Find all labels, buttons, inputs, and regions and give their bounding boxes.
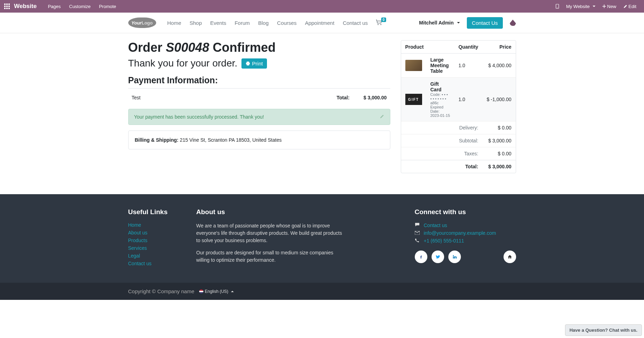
nav-blog[interactable]: Blog	[254, 20, 273, 26]
admin-topbar: Website Pages Customize Promote My Websi…	[0, 0, 644, 13]
linkedin-icon[interactable]	[448, 251, 461, 263]
payment-method: Test	[132, 95, 337, 100]
gift-code: Code: • • • • • • • • • • a86c	[430, 92, 450, 105]
shipping-card: Billing & Shipping: 215 Vine St, Scranto…	[128, 131, 390, 149]
language-selector[interactable]: English (US)	[199, 289, 234, 294]
menu-pages[interactable]: Pages	[44, 4, 65, 9]
svg-point-1	[557, 8, 558, 8]
svg-point-2	[377, 24, 378, 25]
envelope-icon	[415, 230, 420, 236]
product-name: Large Meeting Table	[430, 57, 450, 74]
payment-total-amount: $ 3,000.00	[363, 95, 386, 100]
payment-info-heading: Payment Information:	[128, 75, 390, 89]
footer-email-link[interactable]: info@yourcompany.example.com	[424, 230, 496, 236]
nav-appointment[interactable]: Appointment	[301, 20, 339, 26]
summary-total: Total:$ 3,000.00	[401, 160, 516, 173]
product-name: Gift Card	[430, 81, 450, 92]
app-brand[interactable]: Website	[14, 3, 37, 10]
payment-row: Test Total: $ 3,000.00	[128, 92, 390, 103]
footer-link-services[interactable]: Services	[128, 245, 182, 251]
col-quantity: Quantity	[454, 41, 483, 54]
footer-about-heading: About us	[196, 208, 347, 216]
phone-icon	[415, 238, 420, 244]
print-button[interactable]: Print	[241, 58, 267, 69]
contact-us-button[interactable]: Contact Us	[467, 17, 502, 29]
line-item: GIFT Gift Card Code: • • • • • • • • • •…	[401, 78, 516, 121]
nav-forum[interactable]: Forum	[230, 20, 254, 26]
footer-link-products[interactable]: Products	[128, 238, 182, 243]
line-price: $ 4,000.00	[483, 54, 516, 78]
col-price: Price	[483, 41, 516, 54]
user-menu[interactable]: Mitchell Admin	[415, 20, 463, 26]
line-item: Large Meeting Table 1.0 $ 4,000.00	[401, 54, 516, 78]
summary-subtotal: Subtotal:$ 3,000.00	[401, 134, 516, 147]
footer-link-legal[interactable]: Legal	[128, 253, 182, 259]
col-product: Product	[401, 41, 454, 54]
footer-link-contact[interactable]: Contact us	[128, 261, 182, 266]
chat-icon	[415, 222, 420, 228]
menu-promote[interactable]: Promote	[95, 4, 120, 9]
shipping-label: Billing & Shipping:	[135, 137, 179, 143]
my-website-dropdown[interactable]: My Website	[563, 4, 599, 9]
home-icon[interactable]	[504, 251, 516, 263]
page-title: Order S00048 Confirmed	[128, 40, 390, 55]
svg-point-3	[380, 24, 381, 25]
footer-link-home[interactable]: Home	[128, 222, 182, 228]
line-qty: 1.0	[454, 54, 483, 78]
apps-icon[interactable]	[4, 3, 10, 9]
site-logo[interactable]: YourLogo	[128, 17, 156, 28]
copyright-text: Copyright © Company name	[128, 288, 194, 294]
pencil-icon[interactable]	[380, 114, 384, 120]
menu-customize[interactable]: Customize	[65, 4, 95, 9]
footer-link-about[interactable]: About us	[128, 230, 182, 235]
nav-events[interactable]: Events	[206, 20, 231, 26]
nav-courses[interactable]: Courses	[273, 20, 301, 26]
footer-contact-link[interactable]: Contact us	[424, 223, 447, 228]
shipping-address: 215 Vine St, Scranton PA 18503, United S…	[180, 137, 282, 143]
alert-message: Your payment has been successfully proce…	[134, 114, 380, 120]
cart-badge: 0	[381, 17, 386, 22]
footer-connect-heading: Connect with us	[415, 208, 516, 216]
summary-taxes: Taxes:$ 0.00	[401, 147, 516, 160]
order-summary: Product Quantity Price Large Meeting Tab…	[401, 40, 516, 173]
footer-links-heading: Useful Links	[128, 208, 182, 216]
cart-icon[interactable]: 0	[376, 20, 383, 26]
site-header: YourLogo Home Shop Events Forum Blog Cou…	[0, 13, 644, 33]
line-price: $ -1,000.00	[483, 78, 516, 121]
payment-total-label: Total:	[337, 95, 349, 100]
thank-you-text: Thank you for your order.	[128, 58, 238, 69]
footer-about-p1: We are a team of passionate people whose…	[196, 222, 347, 244]
line-qty: 1.0	[454, 78, 483, 121]
footer-about-p2: Our products are designed for small to m…	[196, 249, 347, 264]
site-footer: Useful Links Home About us Products Serv…	[0, 194, 644, 300]
theme-drop-icon[interactable]	[510, 20, 516, 26]
flag-icon	[199, 289, 203, 294]
mobile-preview-icon[interactable]	[552, 4, 563, 9]
facebook-icon[interactable]	[415, 251, 427, 263]
nav-shop[interactable]: Shop	[186, 20, 206, 26]
gift-expiry: Expired Date: 2023-01-15	[430, 105, 450, 118]
product-thumbnail: GIFT	[405, 94, 422, 105]
nav-contact[interactable]: Contact us	[339, 20, 372, 26]
summary-delivery: Delivery:$ 0.00	[401, 121, 516, 134]
edit-button[interactable]: Edit	[620, 4, 640, 9]
success-alert: Your payment has been successfully proce…	[128, 109, 390, 125]
nav-home[interactable]: Home	[163, 20, 186, 26]
new-button[interactable]: New	[599, 4, 620, 9]
twitter-icon[interactable]	[432, 251, 444, 263]
product-thumbnail	[405, 60, 422, 71]
footer-phone-link[interactable]: +1 (650) 555-0111	[424, 238, 464, 244]
